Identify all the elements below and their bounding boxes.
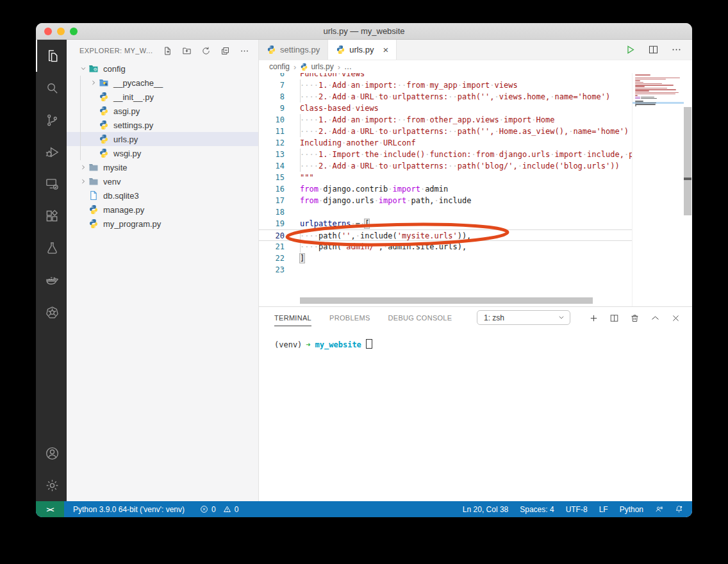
activity-extensions[interactable]: [36, 200, 67, 232]
activity-remote-explorer[interactable]: [36, 168, 67, 200]
code-line-16[interactable]: 16from·django.contrib·import·admin: [259, 183, 632, 195]
line-number: 11: [259, 126, 285, 137]
close-panel-icon[interactable]: [671, 313, 681, 323]
encoding-status[interactable]: UTF-8: [566, 505, 588, 514]
python-icon: [336, 45, 345, 54]
tree-item-settings.py[interactable]: settings.py: [67, 118, 258, 132]
kill-terminal-icon[interactable]: [630, 313, 640, 323]
collapse-all-icon[interactable]: [220, 46, 230, 56]
activity-docker[interactable]: [36, 264, 67, 296]
activity-search[interactable]: [36, 72, 67, 104]
maximize-panel-icon[interactable]: [650, 313, 660, 323]
remote-indicator[interactable]: ><: [36, 501, 64, 517]
code-line-23[interactable]: 23: [259, 264, 632, 276]
line-content: ····path('',·include('mysite.urls')),: [300, 230, 471, 242]
close-tab-icon[interactable]: ×: [383, 45, 388, 54]
tree-item-label: __pycache__: [113, 78, 163, 88]
code-line-12[interactable]: 12Including·another·URLconf: [259, 137, 632, 149]
eol-status[interactable]: LF: [599, 505, 608, 514]
feedback-icon[interactable]: [655, 505, 663, 513]
tree-item-manage.py[interactable]: manage.py: [67, 203, 258, 217]
activity-explorer[interactable]: [36, 40, 67, 72]
docker-icon: [45, 273, 60, 288]
code-line-13[interactable]: 13····1.·Import·the·include()·function:·…: [259, 149, 632, 160]
code-line-15[interactable]: 15""": [259, 172, 632, 183]
cursor-position[interactable]: Ln 20, Col 38: [463, 505, 508, 514]
tree-item-__pycache__[interactable]: __pycache__: [67, 76, 258, 90]
code-line-19[interactable]: 19urlpatterns·=·[: [259, 218, 632, 229]
refresh-icon[interactable]: [201, 46, 211, 56]
vertical-scrollbar[interactable]: [683, 73, 692, 306]
tree-item-my_program.py[interactable]: my_program.py: [67, 217, 258, 231]
code-line-10[interactable]: 10····1.·Add·an·import:··from·other_app.…: [259, 114, 632, 126]
notifications-bell-icon[interactable]: [675, 505, 683, 513]
tree-item-config[interactable]: config: [67, 62, 258, 76]
tree-item-mysite[interactable]: mysite: [67, 160, 258, 174]
code-line-14[interactable]: 14····2.·Add·a·URL·to·urlpatterns:··path…: [259, 160, 632, 172]
code-line-6[interactable]: 6Function·views: [259, 73, 632, 79]
title-bar[interactable]: urls.py — my_website: [36, 23, 692, 40]
minimap-line: [635, 86, 645, 87]
tree-item-db.sqlite3[interactable]: db.sqlite3: [67, 188, 258, 203]
tree-item-asgi.py[interactable]: asgi.py: [67, 104, 258, 118]
chevron-right-icon: [78, 164, 88, 170]
tree-item-wsgi.py[interactable]: wsgi.py: [67, 146, 258, 160]
more-actions-button[interactable]: [671, 44, 682, 55]
error-icon: [200, 505, 208, 513]
tab-terminal[interactable]: TERMINAL: [274, 310, 311, 326]
problems-status[interactable]: 0 0: [200, 505, 238, 514]
code-area[interactable]: 6Function·views7····1.·Add·an·import:··f…: [259, 73, 632, 306]
code-line-20[interactable]: 20····path('',·include('mysite.urls')),: [259, 229, 632, 241]
run-button[interactable]: [625, 44, 636, 55]
activity-source-control[interactable]: [36, 104, 67, 136]
editor-tab-settings.py[interactable]: settings.py: [259, 40, 328, 60]
source-control-icon: [45, 113, 60, 128]
code-line-17[interactable]: 17from·django.urls·import·path,·include: [259, 195, 632, 206]
code-editor[interactable]: 6Function·views7····1.·Add·an·import:··f…: [259, 73, 692, 306]
breadcrumb-item-urls.py[interactable]: urls.py: [311, 62, 333, 71]
new-folder-icon[interactable]: [182, 46, 192, 56]
terminal-content[interactable]: (venv)➜my_website: [274, 339, 692, 349]
tab-problems[interactable]: PROBLEMS: [329, 310, 370, 326]
vertical-scrollbar-thumb[interactable]: [684, 107, 691, 215]
activity-testing[interactable]: [36, 232, 67, 264]
activity-settings[interactable]: [36, 469, 67, 501]
code-line-8[interactable]: 8····2.·Add·a·URL·to·urlpatterns:··path(…: [259, 91, 632, 103]
tree-item-urls.py[interactable]: urls.py: [67, 132, 258, 146]
code-line-18[interactable]: 18: [259, 206, 632, 218]
breadcrumb[interactable]: config›urls.py›…: [259, 60, 692, 73]
new-terminal-icon[interactable]: [589, 313, 599, 323]
terminal-shell-select[interactable]: 1: zsh: [477, 310, 570, 325]
indentation-status[interactable]: Spaces: 4: [520, 505, 554, 514]
minimap[interactable]: [632, 73, 684, 306]
tab-debug-console[interactable]: DEBUG CONSOLE: [388, 310, 452, 326]
activity-account[interactable]: [36, 437, 67, 469]
split-editor-button[interactable]: [648, 44, 659, 55]
line-number: 12: [259, 137, 285, 149]
horizontal-scrollbar-thumb[interactable]: [300, 297, 593, 304]
panel-actions: [589, 307, 681, 329]
tree-item-label: mysite: [103, 163, 128, 172]
activity-run-debug[interactable]: [36, 136, 67, 168]
tree-item-venv[interactable]: venv: [67, 174, 258, 188]
code-line-9[interactable]: 9Class-based·views: [259, 103, 632, 114]
activity-kubernetes[interactable]: [36, 296, 67, 328]
breadcrumb-item-…[interactable]: …: [344, 62, 352, 71]
breadcrumb-separator: ›: [338, 62, 340, 72]
language-mode[interactable]: Python: [620, 505, 643, 514]
editor-tab-urls.py[interactable]: urls.py×: [328, 40, 397, 60]
new-file-icon[interactable]: [163, 46, 172, 56]
breadcrumb-item-config[interactable]: config: [269, 62, 290, 71]
split-terminal-icon[interactable]: [609, 313, 619, 323]
more-icon[interactable]: [240, 46, 249, 56]
code-line-21[interactable]: 21····path('admin/',·admin.site.urls),: [259, 241, 632, 253]
code-line-11[interactable]: 11····2.·Add·a·URL·to·urlpatterns:··path…: [259, 126, 632, 137]
code-line-7[interactable]: 7····1.·Add·an·import:··from·my_app·impo…: [259, 79, 632, 91]
minimap-line: [635, 95, 638, 96]
code-line-22[interactable]: 22]: [259, 253, 632, 264]
terminal-panel: TERMINAL PROBLEMS DEBUG CONSOLE 1: zsh (…: [259, 306, 692, 501]
python-interpreter-status[interactable]: Python 3.9.0 64-bit ('venv': venv): [73, 505, 185, 514]
horizontal-scrollbar[interactable]: [259, 297, 632, 304]
folder-icon: [88, 162, 99, 173]
tree-item-__init__.py[interactable]: __init__.py: [67, 90, 258, 104]
